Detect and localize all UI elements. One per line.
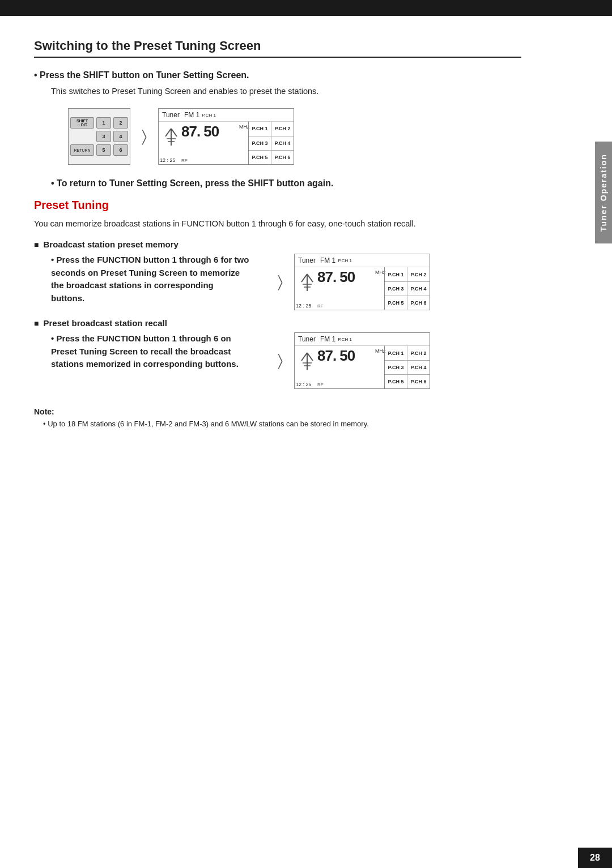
- preset-recall-section: Press the FUNCTION button 1 through 6 on…: [34, 332, 521, 389]
- tuner-freq-2: 87. 50: [317, 268, 355, 286]
- broadcast-memory-text: Press the FUNCTION button 1 through 6 fo…: [34, 254, 249, 308]
- tuner-btn-row-4: P.CH 1 P.CH 2: [385, 267, 430, 281]
- tuner-btn-row-8: P.CH 3 P.CH 4: [385, 361, 430, 375]
- diagram-row-2: 〉 Tuner FM 1 P.CH 1: [266, 254, 430, 310]
- note-title: Note:: [34, 407, 521, 416]
- remote-return-btn: RETURN: [70, 144, 94, 156]
- tuner-pch4-btn-2: P.CH 4: [407, 282, 430, 296]
- tuner-btn-row-3: P.CH 5 P.CH 6: [249, 151, 294, 164]
- arrow-right-3: 〉: [278, 352, 283, 370]
- tuner-screen-1: Tuner FM 1 P.CH 1 87. 50 MHz RF: [158, 108, 294, 165]
- tuner-pch6-btn-3: P.CH 6: [407, 375, 430, 388]
- svg-line-6: [301, 274, 307, 282]
- tuner-label-2: Tuner: [298, 256, 316, 264]
- diagram-row-3: 〉 Tuner FM 1 P.CH 1: [266, 332, 430, 389]
- tuner-buttons-1: P.CH 1 P.CH 2 P.CH 3 P.CH 4 P.CH 5 P.CH …: [248, 122, 294, 164]
- arrow-right-2: 〉: [278, 273, 283, 292]
- tuner-fm-3: FM 1: [320, 335, 335, 343]
- svg-line-12: [307, 353, 313, 361]
- tuner-pch5-btn: P.CH 5: [249, 151, 271, 164]
- tuner-pch1-btn-3: P.CH 1: [385, 346, 407, 360]
- tuner-pch3-btn-2: P.CH 3: [385, 282, 407, 296]
- tuner-pch3-btn: P.CH 3: [249, 136, 271, 150]
- svg-line-2: [171, 129, 177, 136]
- antenna-icon-2: [298, 268, 316, 294]
- remote-btn-2: 2: [113, 117, 128, 129]
- main-title: Switching to the Preset Tuning Screen: [34, 39, 521, 58]
- tuner-body-1: 87. 50 MHz RF 12 : 25 P.CH 1 P.CH 2 P.CH…: [159, 122, 294, 164]
- tuner-pch3-btn-3: P.CH 3: [385, 361, 407, 374]
- tuner-rf-3: RF: [317, 382, 324, 387]
- tuner-pch2-btn: P.CH 2: [271, 122, 294, 135]
- tuner-pch-label-2: P.CH 1: [338, 258, 352, 263]
- broadcast-memory-bullet: Press the FUNCTION button 1 through 6 fo…: [51, 254, 249, 305]
- svg-line-11: [301, 353, 307, 361]
- tuner-body-3: 87. 50 MHz RF 12 : 25 P.CH 1 P.CH 2 P.CH…: [295, 346, 430, 388]
- tuner-pch5-btn-2: P.CH 5: [385, 296, 407, 310]
- preset-tuning-body: You can memorize broadcast stations in F…: [34, 217, 521, 230]
- tuner-freq-1: 87. 50: [181, 123, 219, 140]
- remote-bottom-row: RETURN 5 6: [70, 144, 128, 156]
- tuner-btn-row-9: P.CH 5 P.CH 6: [385, 375, 430, 388]
- preset-recall-text: Press the FUNCTION button 1 through 6 on…: [34, 332, 249, 374]
- tuner-header-3: Tuner FM 1 P.CH 1: [295, 333, 430, 346]
- remote-btn-4: 4: [113, 131, 128, 142]
- broadcast-memory-section: Press the FUNCTION button 1 through 6 fo…: [34, 254, 521, 310]
- remote-control-diagram: SHIFT←DIT 1 2 3 4 RETURN 5 6: [68, 108, 130, 165]
- return-to-tuner-heading: To return to Tuner Setting Screen, press…: [51, 178, 521, 189]
- shift-bullet-heading: Press the SHIFT button on Tuner Setting …: [34, 70, 521, 80]
- preset-recall-heading: Preset broadcast station recall: [34, 318, 521, 328]
- tuner-time-2: 12 : 25: [296, 303, 312, 309]
- tuner-header-1: Tuner FM 1 P.CH 1: [159, 109, 294, 122]
- tuner-pch-label-3: P.CH 1: [338, 337, 352, 342]
- note-section: Note: Up to 18 FM stations (6 in FM-1, F…: [34, 407, 521, 430]
- tuner-pch-label-1: P.CH 1: [202, 113, 216, 118]
- diagram-row-1: SHIFT←DIT 1 2 3 4 RETURN 5 6 〉 Tuner FM …: [68, 108, 521, 165]
- page-content: Switching to the Preset Tuning Screen Pr…: [0, 16, 555, 464]
- tuner-pch4-btn-3: P.CH 4: [407, 361, 430, 374]
- tuner-pch5-btn-3: P.CH 5: [385, 375, 407, 388]
- tuner-fm-2: FM 1: [320, 256, 335, 264]
- tuner-fm-1: FM 1: [184, 111, 199, 119]
- tuner-pch6-btn-2: P.CH 6: [407, 296, 430, 310]
- tuner-pch4-btn: P.CH 4: [271, 136, 294, 150]
- top-bar: [0, 0, 612, 16]
- tuner-body-2: 87. 50 MHz RF 12 : 25 P.CH 1 P.CH 2 P.CH…: [295, 267, 430, 310]
- tuner-pch6-btn: P.CH 6: [271, 151, 294, 164]
- tuner-btn-row-5: P.CH 3 P.CH 4: [385, 282, 430, 296]
- remote-shift-btn: SHIFT←DIT: [70, 117, 94, 129]
- remote-btn-1: 1: [96, 117, 111, 129]
- antenna-icon-3: [298, 347, 316, 373]
- tuner-pch1-btn-2: P.CH 1: [385, 267, 407, 281]
- tuner-rf-1: RF: [181, 158, 188, 163]
- remote-top-row: SHIFT←DIT 1 2: [70, 117, 128, 129]
- shift-body-text: This switches to Preset Tuning Screen an…: [51, 85, 521, 98]
- tuner-pch2-btn-3: P.CH 2: [407, 346, 430, 360]
- svg-line-7: [307, 274, 313, 282]
- antenna-icon-1: [162, 123, 180, 149]
- tuner-btn-row-1: P.CH 1 P.CH 2: [249, 122, 294, 136]
- tuner-screen-3: Tuner FM 1 P.CH 1 87. 50 M: [294, 332, 430, 389]
- broadcast-memory-heading: Broadcast station preset memory: [34, 240, 521, 249]
- remote-mid-row: 3 4: [70, 131, 128, 142]
- tuner-time-1: 12 : 25: [160, 157, 176, 163]
- page-number: 28: [578, 848, 612, 868]
- tuner-rf-2: RF: [317, 303, 324, 309]
- tuner-screen-2: Tuner FM 1 P.CH 1 87. 50 M: [294, 254, 430, 310]
- arrow-right-1: 〉: [142, 127, 147, 146]
- remote-btn-6: 6: [113, 144, 128, 156]
- tuner-buttons-2: P.CH 1 P.CH 2 P.CH 3 P.CH 4 P.CH 5 P.CH …: [384, 267, 430, 310]
- remote-btn-3: 3: [96, 131, 111, 142]
- tuner-freq-3: 87. 50: [317, 347, 355, 365]
- tuner-pch2-btn-2: P.CH 2: [407, 267, 430, 281]
- svg-line-1: [165, 129, 171, 136]
- tuner-label-3: Tuner: [298, 335, 316, 343]
- tuner-pch1-btn: P.CH 1: [249, 122, 271, 135]
- tuner-time-3: 12 : 25: [296, 382, 312, 387]
- remote-btn-5: 5: [96, 144, 111, 156]
- tuner-btn-row-2: P.CH 3 P.CH 4: [249, 136, 294, 151]
- note-text: Up to 18 FM stations (6 in FM-1, FM-2 an…: [43, 418, 521, 430]
- tuner-btn-row-6: P.CH 5 P.CH 6: [385, 296, 430, 310]
- preset-recall-bullet: Press the FUNCTION button 1 through 6 on…: [51, 332, 249, 371]
- tuner-label-1: Tuner: [162, 111, 180, 119]
